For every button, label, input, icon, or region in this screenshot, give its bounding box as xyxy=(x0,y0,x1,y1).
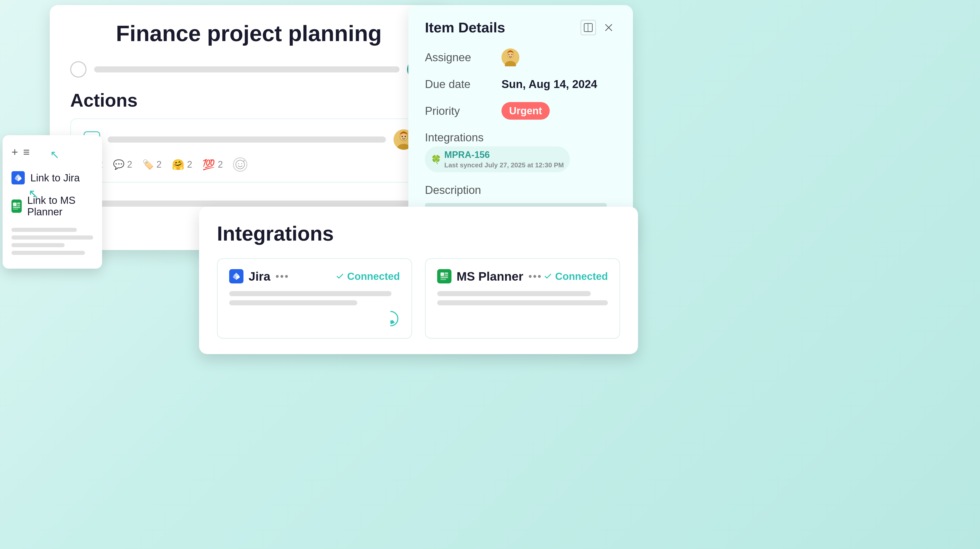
ms-planner-integration-header: MS Planner ••• Connected xyxy=(437,269,608,283)
emoji1-count[interactable]: 🤗 2 xyxy=(172,159,192,171)
svg-rect-36 xyxy=(441,276,448,278)
jira-cursor-area xyxy=(229,309,400,328)
task-checkbox-empty[interactable] xyxy=(70,61,86,78)
add-emoji-button[interactable] xyxy=(233,157,247,172)
link-to-jira-label: Link to Jira xyxy=(30,172,80,184)
jira-dots-menu[interactable]: ••• xyxy=(275,271,289,282)
ms-planner-integration-card: MS Planner ••• Connected xyxy=(425,258,620,339)
svg-marker-32 xyxy=(390,320,395,324)
panel-header: Item Details xyxy=(425,19,616,36)
due-date-label: Due date xyxy=(425,78,496,90)
cursor-hover-icon: ↖ xyxy=(28,186,39,202)
integrations-grid: Jira ••• Connected xyxy=(217,258,620,339)
link-dropdown-header: + ≡ ↖ xyxy=(11,145,93,159)
svg-point-9 xyxy=(400,133,407,141)
action-bar-2 xyxy=(94,200,428,207)
ms-planner-name: MS Planner xyxy=(457,270,523,283)
plus-icon[interactable]: + xyxy=(11,146,18,159)
link-dropdown-card: + ≡ ↖ Link to Jira ↖ Link to MS P xyxy=(3,135,102,269)
svg-rect-33 xyxy=(441,273,444,276)
placeholder-line-3 xyxy=(11,243,65,247)
svg-point-24 xyxy=(508,54,509,55)
priority-label: Priority xyxy=(425,105,496,117)
svg-point-13 xyxy=(238,163,239,164)
svg-rect-26 xyxy=(13,203,17,206)
comment-icon: 💬 xyxy=(113,159,124,170)
svg-rect-28 xyxy=(17,205,20,206)
ms-planner-connected-badge: Connected xyxy=(544,271,608,282)
link-placeholder-lines xyxy=(11,228,93,255)
tag-count[interactable]: 🏷️ 2 xyxy=(142,159,162,170)
jira-connected-badge: Connected xyxy=(336,271,400,282)
comment-count[interactable]: 💬 2 xyxy=(113,159,132,170)
link-to-jira-item[interactable]: Link to Jira xyxy=(11,166,93,190)
placeholder-line-2 xyxy=(11,235,93,240)
assignee-avatar xyxy=(501,48,519,66)
placeholder-line-4 xyxy=(11,251,85,255)
emoji2-count[interactable]: 💯 2 xyxy=(202,159,223,171)
placeholder-line-1 xyxy=(11,228,77,232)
svg-rect-27 xyxy=(17,203,20,204)
integrations-card: Integrations Jira ••• xyxy=(199,207,638,354)
integration-jira-tag[interactable]: 🍀 MPRA-156 Last synced July 27, 2025 at … xyxy=(425,146,570,172)
jira-connected-text: Connected xyxy=(347,271,400,282)
action-card-1: 🔗 2 💬 2 🏷️ 2 🤗 2 💯 2 xyxy=(70,118,428,182)
integrations-row: Integrations 🍀 MPRA-156 Last synced July… xyxy=(425,131,616,172)
svg-rect-37 xyxy=(441,279,446,280)
jira-integration-card: Jira ••• Connected xyxy=(217,258,412,339)
svg-point-25 xyxy=(511,54,512,55)
integration-sync-text: Last synced July 27, 2025 at 12:30 PM xyxy=(444,161,564,169)
link-to-ms-planner-item[interactable]: Link to MS Planner xyxy=(11,190,93,223)
svg-point-10 xyxy=(402,136,403,137)
ms-planner-dots-menu[interactable]: ••• xyxy=(528,271,542,282)
assignee-row: Assignee xyxy=(425,48,616,66)
ms-planner-integration-icon xyxy=(437,269,452,283)
task-bar-1 xyxy=(94,66,399,73)
assignee-label: Assignee xyxy=(425,51,496,64)
svg-rect-17 xyxy=(588,24,588,32)
ms-planner-bar-1 xyxy=(437,291,591,296)
integration-tag-id: MPRA-156 xyxy=(444,149,564,160)
jira-bar-2 xyxy=(229,300,357,305)
ms-planner-connected-text: Connected xyxy=(555,271,608,282)
tag-count-value: 2 xyxy=(156,159,162,170)
tag-icon: 🏷️ xyxy=(142,159,154,170)
expand-button[interactable] xyxy=(581,20,596,35)
due-date-value: Sun, Aug 14, 2024 xyxy=(501,78,597,90)
svg-rect-30 xyxy=(13,209,18,210)
svg-line-15 xyxy=(243,160,245,162)
emoji2-icon: 💯 xyxy=(202,159,215,171)
cursor-pointer-icon: ↖ xyxy=(50,148,59,161)
svg-rect-29 xyxy=(13,207,20,208)
due-date-row: Due date Sun, Aug 14, 2024 xyxy=(425,78,616,90)
jira-integration-header: Jira ••• Connected xyxy=(229,269,400,283)
ms-planner-brand-icon xyxy=(11,200,22,213)
svg-point-14 xyxy=(241,163,242,164)
panel-title: Item Details xyxy=(425,19,505,36)
task-row-1 xyxy=(70,59,428,79)
list-icon[interactable]: ≡ xyxy=(23,146,30,159)
comment-count-value: 2 xyxy=(127,159,132,170)
emoji1-count-value: 2 xyxy=(187,159,192,170)
close-button[interactable] xyxy=(601,20,616,35)
svg-point-11 xyxy=(405,136,406,137)
jira-tag-icon: 🍀 xyxy=(431,155,441,164)
svg-rect-35 xyxy=(445,274,448,276)
priority-badge[interactable]: Urgent xyxy=(501,102,550,120)
description-label: Description xyxy=(425,184,496,197)
action-icons-row: 🔗 2 💬 2 🏷️ 2 🤗 2 💯 2 xyxy=(84,157,414,172)
jira-name-row: Jira ••• xyxy=(229,269,289,283)
svg-rect-34 xyxy=(445,273,448,274)
panel-controls xyxy=(581,20,616,35)
ms-planner-bar-2 xyxy=(437,300,608,305)
emoji1-icon: 🤗 xyxy=(172,159,185,171)
emoji2-count-value: 2 xyxy=(218,159,223,170)
jira-brand-icon xyxy=(11,171,25,184)
jira-bar-1 xyxy=(229,291,391,296)
priority-row: Priority Urgent xyxy=(425,102,616,120)
action-bar-1 xyxy=(108,136,386,143)
ms-planner-name-row: MS Planner ••• xyxy=(437,269,542,283)
project-title: Finance project planning xyxy=(70,21,428,46)
actions-title: Actions xyxy=(70,90,428,111)
jira-name: Jira xyxy=(248,270,270,283)
